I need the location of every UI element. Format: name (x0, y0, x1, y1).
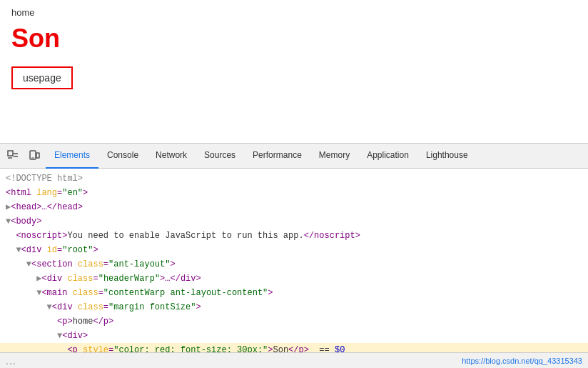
code-line-div-root: ▼<div id="root"> (0, 243, 588, 257)
tab-network[interactable]: Network (147, 144, 196, 169)
code-line-p-home: <p>home</p> (0, 314, 588, 329)
tab-memory[interactable]: Memory (310, 144, 358, 169)
tab-lighthouse[interactable]: Lighthouse (417, 144, 477, 169)
usepage-box: usepage (11, 66, 73, 89)
page-title: Son (11, 24, 577, 54)
code-line-head: ▶<head>…</head> (0, 200, 588, 214)
device-toggle-icon[interactable] (24, 146, 44, 166)
code-line-main: ▼<main class="contentWarp ant-layout-con… (0, 286, 588, 300)
tab-elements[interactable]: Elements (46, 144, 98, 169)
devtools-bottom-bar: ... https://blog.csdn.net/qq_43315343 (0, 352, 588, 368)
tab-console[interactable]: Console (98, 144, 147, 169)
devtools-code-panel[interactable]: <!DOCTYPE html> <html lang="en"> ▶<head>… (0, 169, 588, 352)
code-line-section: ▼<section class="ant-layout"> (0, 257, 588, 272)
devtools-tabs-bar: Elements Console Network Sources Perform… (0, 144, 588, 169)
svg-rect-0 (8, 151, 13, 156)
svg-rect-5 (36, 153, 39, 158)
tab-application[interactable]: Application (358, 144, 417, 169)
code-line-noscript: <noscript>You need to enable JavaScript … (0, 229, 588, 243)
code-line-p-son[interactable]: <p style="color: red; font-size: 30px;">… (0, 343, 588, 352)
devtools-panel: Elements Console Network Sources Perform… (0, 143, 588, 368)
code-line-body: ▼<body> (0, 214, 588, 229)
code-line-doctype: <!DOCTYPE html> (0, 171, 588, 186)
code-line-headerwarp: ▶<div class="headerWarp">…</div> (0, 272, 588, 286)
page-content: home Son usepage (0, 0, 588, 143)
inspect-element-icon[interactable] (3, 146, 23, 166)
url-hint: https://blog.csdn.net/qq_43315343 (462, 357, 582, 365)
code-line-div-margin: ▼<div class="margin fontSize"> (0, 300, 588, 314)
tab-sources[interactable]: Sources (196, 144, 244, 169)
tab-performance[interactable]: Performance (244, 144, 310, 169)
code-line-html: <html lang="en"> (0, 186, 588, 200)
expand-dots[interactable]: ... (6, 355, 16, 367)
breadcrumb: home (11, 7, 577, 18)
code-line-div-inner: ▼<div> (0, 329, 588, 343)
